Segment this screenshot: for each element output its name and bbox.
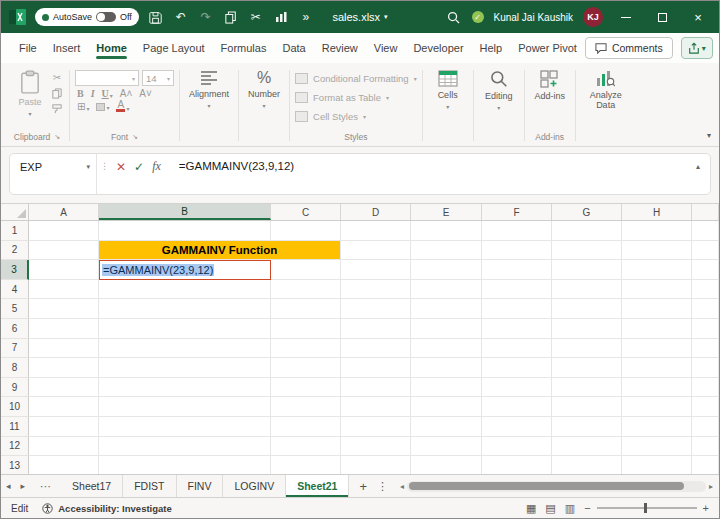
cell-C11[interactable] <box>271 417 341 437</box>
page-break-view-button[interactable]: ▥ <box>565 502 575 515</box>
comments-button[interactable]: Comments <box>585 37 673 59</box>
cell-D4[interactable] <box>341 280 411 300</box>
user-name[interactable]: Kunal Jai Kaushik <box>494 12 574 23</box>
row-header-12[interactable]: 12 <box>1 437 29 457</box>
format-painter-icon[interactable] <box>50 103 64 115</box>
cell-B2-merged-title[interactable]: GAMMAINV Function <box>99 241 341 261</box>
cell-E6[interactable] <box>411 319 482 339</box>
font-size-combo[interactable]: 14▾ <box>142 70 174 86</box>
formula-input[interactable]: =GAMMAINV(23,9,12) <box>169 154 300 172</box>
ribbon-tab-help[interactable]: Help <box>472 35 511 62</box>
page-layout-view-button[interactable]: ▤ <box>545 502 555 515</box>
cell-H2[interactable] <box>622 241 692 261</box>
cell-B5[interactable] <box>99 299 271 319</box>
cell-G11[interactable] <box>552 417 622 437</box>
font-dialog-launcher-icon[interactable]: ↘ <box>132 133 138 141</box>
column-header-C[interactable]: C <box>271 204 341 220</box>
sheet-tab-finv[interactable]: FINV <box>177 475 224 497</box>
cell-E4[interactable] <box>411 280 482 300</box>
row-header-3[interactable]: 3 <box>1 260 29 280</box>
decrease-font-button[interactable]: A˅ <box>137 88 154 99</box>
column-header-F[interactable]: F <box>482 204 552 220</box>
cell-A6[interactable] <box>29 319 99 339</box>
editing-button[interactable]: Editing ▾ <box>479 65 519 111</box>
cell-H3[interactable] <box>622 260 692 280</box>
cell-B7[interactable] <box>99 339 271 359</box>
ribbon-tab-review[interactable]: Review <box>314 35 366 62</box>
column-header-G[interactable]: G <box>552 204 622 220</box>
cell-H13[interactable] <box>622 456 692 474</box>
cell-G13[interactable] <box>552 456 622 474</box>
row-header-11[interactable]: 11 <box>1 417 29 437</box>
sheet-options-kebab-icon[interactable]: ⋮ <box>377 480 388 493</box>
row-header-1[interactable]: 1 <box>1 221 29 241</box>
cell-D10[interactable] <box>341 397 411 417</box>
insert-function-button[interactable]: fx <box>152 159 161 174</box>
row-header-8[interactable]: 8 <box>1 358 29 378</box>
redo-button[interactable]: ↷ <box>198 9 214 25</box>
cell-H9[interactable] <box>622 378 692 398</box>
cell-F1[interactable] <box>482 221 552 241</box>
format-as-table-button[interactable]: Format as Table ▾ <box>295 88 417 107</box>
copy-icon[interactable] <box>50 87 64 99</box>
cell-B3-active-edit[interactable]: =GAMMAINV(23,9,12) <box>99 260 271 280</box>
row-header-6[interactable]: 6 <box>1 319 29 339</box>
cell-A13[interactable] <box>29 456 99 474</box>
cell-C8[interactable] <box>271 358 341 378</box>
paste-button[interactable]: Paste ▾ <box>10 65 50 117</box>
row-header-13[interactable]: 13 <box>1 456 29 474</box>
cell-E2[interactable] <box>411 241 482 261</box>
cell-H4[interactable] <box>622 280 692 300</box>
cut-button[interactable]: ✂ <box>248 9 264 25</box>
ribbon-tab-home[interactable]: Home <box>88 35 135 62</box>
ribbon-tab-developer[interactable]: Developer <box>405 35 471 62</box>
cell-D12[interactable] <box>341 437 411 457</box>
cell-G1[interactable] <box>552 221 622 241</box>
cell-H1[interactable] <box>622 221 692 241</box>
cell-A4[interactable] <box>29 280 99 300</box>
cell-G3[interactable] <box>552 260 622 280</box>
cell-A3[interactable] <box>29 260 99 280</box>
cell-D9[interactable] <box>341 378 411 398</box>
cell-G5[interactable] <box>552 299 622 319</box>
cell-A5[interactable] <box>29 299 99 319</box>
cell-A10[interactable] <box>29 397 99 417</box>
cell-B4[interactable] <box>99 280 271 300</box>
new-sheet-button[interactable]: + <box>359 479 367 494</box>
cell-A9[interactable] <box>29 378 99 398</box>
sheet-tab-loginv[interactable]: LOGINV <box>223 475 286 497</box>
cell-F13[interactable] <box>482 456 552 474</box>
cell-B10[interactable] <box>99 397 271 417</box>
cell-B9[interactable] <box>99 378 271 398</box>
cell-H11[interactable] <box>622 417 692 437</box>
cell-D6[interactable] <box>341 319 411 339</box>
undo-button[interactable]: ↶ <box>173 9 189 25</box>
maximize-button[interactable] <box>649 4 675 30</box>
quick-access-more-chevron[interactable]: » <box>298 9 314 25</box>
row-header-9[interactable]: 9 <box>1 378 29 398</box>
cell-G2[interactable] <box>552 241 622 261</box>
cell-F9[interactable] <box>482 378 552 398</box>
cell-H5[interactable] <box>622 299 692 319</box>
underline-button[interactable]: U▾ <box>100 88 115 99</box>
search-icon[interactable] <box>446 9 462 25</box>
column-header-A[interactable]: A <box>29 204 99 220</box>
font-color-button[interactable]: A▾ <box>114 101 131 112</box>
cell-D7[interactable] <box>341 339 411 359</box>
cell-C3[interactable] <box>271 260 341 280</box>
ribbon-tab-power-pivot[interactable]: Power Pivot <box>510 35 585 62</box>
autosave-toggle[interactable]: AutoSave Off <box>35 8 139 26</box>
cell-B1[interactable] <box>99 221 271 241</box>
cell-G6[interactable] <box>552 319 622 339</box>
number-format-button[interactable]: % Number ▾ <box>244 65 284 109</box>
cell-H10[interactable] <box>622 397 692 417</box>
ribbon-collapse-chevron-icon[interactable]: ▾ <box>707 131 711 140</box>
cell-F5[interactable] <box>482 299 552 319</box>
avatar[interactable]: KJ <box>583 7 603 27</box>
zoom-in-button[interactable]: + <box>703 502 709 514</box>
ribbon-tab-page-layout[interactable]: Page Layout <box>135 35 213 62</box>
cell-E9[interactable] <box>411 378 482 398</box>
cell-G12[interactable] <box>552 437 622 457</box>
cell-D13[interactable] <box>341 456 411 474</box>
cell-F12[interactable] <box>482 437 552 457</box>
